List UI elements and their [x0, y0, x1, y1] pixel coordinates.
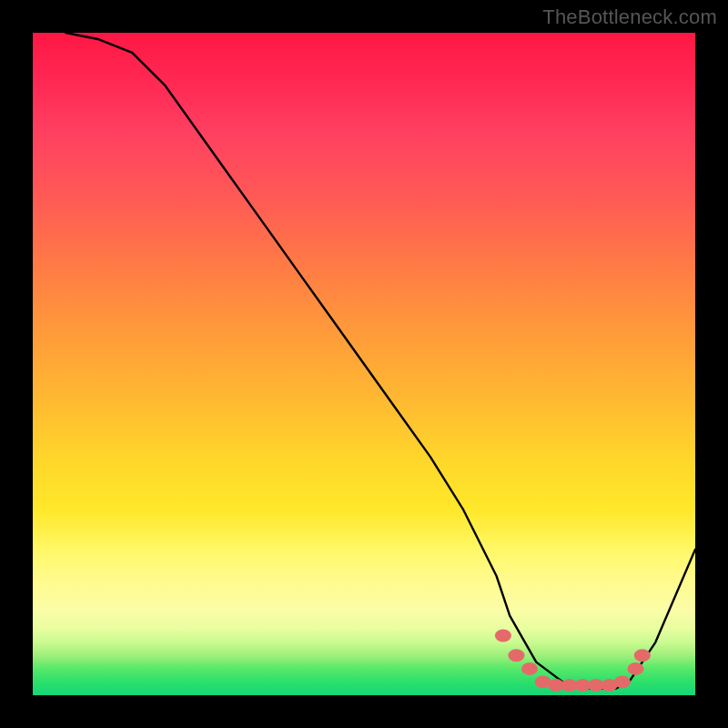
chart-svg: [33, 33, 695, 695]
marker-group: [495, 630, 651, 693]
watermark-text: TheBottleneck.com: [542, 5, 717, 29]
marker-dot: [521, 662, 538, 675]
marker-dot: [561, 679, 578, 692]
marker-dot: [508, 649, 524, 662]
bottleneck-curve: [66, 33, 695, 689]
marker-dot: [495, 630, 511, 642]
marker-dot: [574, 679, 591, 692]
marker-dot: [634, 649, 651, 662]
marker-dot: [535, 675, 551, 688]
marker-dot: [588, 679, 604, 692]
chart-plot-area: [33, 33, 695, 695]
marker-dot: [628, 662, 644, 675]
marker-dot: [601, 679, 617, 692]
marker-dot: [548, 679, 564, 692]
marker-dot: [614, 675, 631, 688]
